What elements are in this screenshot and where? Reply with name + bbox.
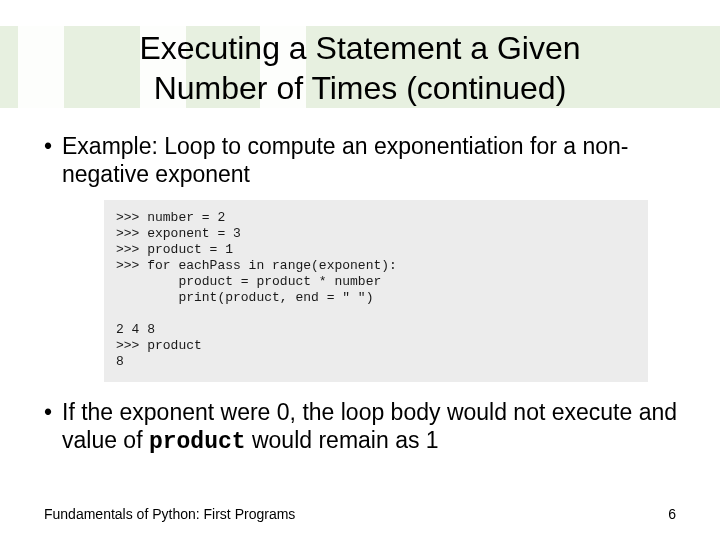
page-number: 6: [668, 506, 676, 522]
slide-title: Executing a Statement a Given Number of …: [0, 28, 720, 108]
slide-body: Example: Loop to compute an exponentiati…: [44, 132, 680, 406]
slide-body-lower: If the exponent were 0, the loop body wo…: [44, 398, 680, 466]
title-line-1: Executing a Statement a Given: [139, 30, 580, 66]
title-line-2: Number of Times (continued): [154, 70, 567, 106]
bullet-text: Example: Loop to compute an exponentiati…: [62, 133, 628, 187]
code-block: >>> number = 2 >>> exponent = 3 >>> prod…: [104, 200, 648, 382]
bullet-inline-code: product: [149, 429, 246, 455]
slide: Executing a Statement a Given Number of …: [0, 0, 720, 540]
footer-left: Fundamentals of Python: First Programs: [44, 506, 295, 522]
bullet-item: If the exponent were 0, the loop body wo…: [44, 398, 680, 456]
bullet-text-post: would remain as 1: [246, 427, 439, 453]
bullet-item: Example: Loop to compute an exponentiati…: [44, 132, 680, 188]
